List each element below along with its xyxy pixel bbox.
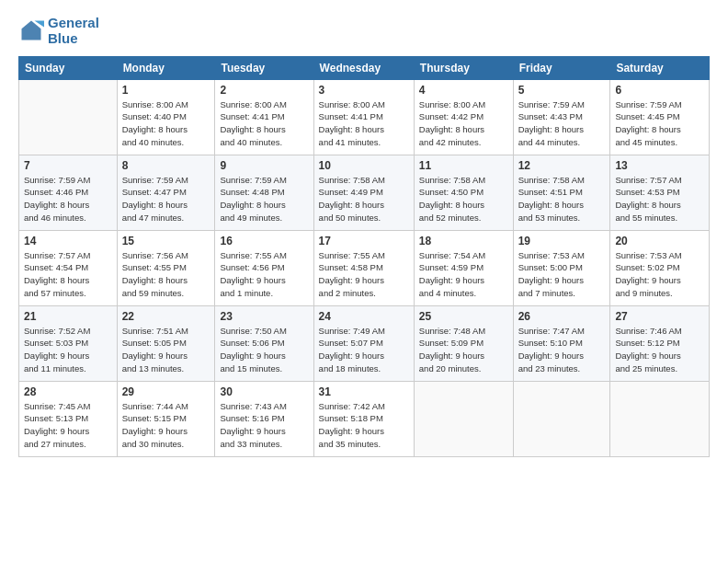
- calendar-cell: 1Sunrise: 8:00 AM Sunset: 4:40 PM Daylig…: [117, 79, 215, 155]
- calendar-cell: 28Sunrise: 7:45 AM Sunset: 5:13 PM Dayli…: [19, 381, 118, 456]
- day-number: 25: [419, 310, 508, 323]
- calendar-cell: 17Sunrise: 7:55 AM Sunset: 4:58 PM Dayli…: [313, 230, 414, 305]
- calendar-cell: 29Sunrise: 7:44 AM Sunset: 5:15 PM Dayli…: [117, 381, 215, 456]
- day-number: 9: [220, 159, 308, 172]
- calendar-cell: 26Sunrise: 7:47 AM Sunset: 5:10 PM Dayli…: [513, 305, 610, 381]
- calendar-cell: 13Sunrise: 7:57 AM Sunset: 4:53 PM Dayli…: [610, 155, 710, 230]
- calendar-cell: 6Sunrise: 7:59 AM Sunset: 4:45 PM Daylig…: [610, 79, 710, 155]
- calendar-cell: 25Sunrise: 7:48 AM Sunset: 5:09 PM Dayli…: [414, 305, 513, 381]
- day-info: Sunrise: 7:53 AM Sunset: 5:02 PM Dayligh…: [615, 249, 704, 300]
- day-number: 15: [122, 235, 210, 247]
- calendar-cell: 24Sunrise: 7:49 AM Sunset: 5:07 PM Dayli…: [313, 305, 414, 381]
- day-info: Sunrise: 8:00 AM Sunset: 4:41 PM Dayligh…: [319, 98, 409, 149]
- weekday-header-row: SundayMondayTuesdayWednesdayThursdayFrid…: [19, 56, 710, 79]
- logo: General Blue: [18, 15, 99, 47]
- day-info: Sunrise: 7:53 AM Sunset: 5:00 PM Dayligh…: [518, 249, 606, 300]
- calendar-cell: 12Sunrise: 7:58 AM Sunset: 4:51 PM Dayli…: [513, 155, 610, 230]
- calendar-cell: 5Sunrise: 7:59 AM Sunset: 4:43 PM Daylig…: [513, 79, 610, 155]
- day-number: 4: [419, 84, 508, 97]
- day-number: 10: [319, 159, 409, 172]
- day-info: Sunrise: 7:58 AM Sunset: 4:49 PM Dayligh…: [319, 174, 409, 224]
- day-info: Sunrise: 7:55 AM Sunset: 4:56 PM Dayligh…: [220, 249, 308, 300]
- day-number: 6: [615, 84, 704, 97]
- week-row-5: 28Sunrise: 7:45 AM Sunset: 5:13 PM Dayli…: [19, 381, 710, 456]
- weekday-header-wednesday: Wednesday: [313, 56, 414, 79]
- day-number: 28: [24, 385, 112, 398]
- calendar-cell: 11Sunrise: 7:58 AM Sunset: 4:50 PM Dayli…: [414, 155, 513, 230]
- day-number: 24: [319, 310, 409, 323]
- calendar-cell: 7Sunrise: 7:59 AM Sunset: 4:46 PM Daylig…: [19, 155, 118, 230]
- day-info: Sunrise: 8:00 AM Sunset: 4:41 PM Dayligh…: [220, 98, 308, 149]
- calendar-cell: 8Sunrise: 7:59 AM Sunset: 4:47 PM Daylig…: [117, 155, 215, 230]
- day-number: 19: [518, 235, 606, 247]
- calendar-cell: [19, 79, 118, 155]
- weekday-header-saturday: Saturday: [610, 56, 710, 79]
- calendar-cell: 4Sunrise: 8:00 AM Sunset: 4:42 PM Daylig…: [414, 79, 513, 155]
- day-info: Sunrise: 7:42 AM Sunset: 5:18 PM Dayligh…: [319, 400, 409, 451]
- day-info: Sunrise: 7:57 AM Sunset: 4:54 PM Dayligh…: [24, 249, 112, 300]
- calendar-cell: [414, 381, 513, 456]
- week-row-4: 21Sunrise: 7:52 AM Sunset: 5:03 PM Dayli…: [19, 305, 710, 381]
- calendar-cell: 21Sunrise: 7:52 AM Sunset: 5:03 PM Dayli…: [19, 305, 118, 381]
- calendar-cell: 22Sunrise: 7:51 AM Sunset: 5:05 PM Dayli…: [117, 305, 215, 381]
- day-info: Sunrise: 7:59 AM Sunset: 4:43 PM Dayligh…: [518, 98, 606, 149]
- day-info: Sunrise: 7:58 AM Sunset: 4:50 PM Dayligh…: [419, 174, 508, 224]
- logo-text: General Blue: [48, 15, 99, 47]
- day-number: 1: [122, 84, 210, 97]
- day-number: 26: [518, 310, 606, 323]
- day-number: 7: [24, 159, 112, 172]
- day-info: Sunrise: 7:54 AM Sunset: 4:59 PM Dayligh…: [419, 249, 508, 300]
- day-info: Sunrise: 7:59 AM Sunset: 4:46 PM Dayligh…: [24, 174, 112, 224]
- day-info: Sunrise: 7:56 AM Sunset: 4:55 PM Dayligh…: [122, 249, 210, 300]
- header: General Blue: [18, 15, 710, 47]
- day-info: Sunrise: 7:52 AM Sunset: 5:03 PM Dayligh…: [24, 325, 112, 375]
- week-row-3: 14Sunrise: 7:57 AM Sunset: 4:54 PM Dayli…: [19, 230, 710, 305]
- calendar-cell: 23Sunrise: 7:50 AM Sunset: 5:06 PM Dayli…: [215, 305, 313, 381]
- day-number: 8: [122, 159, 210, 172]
- day-info: Sunrise: 7:49 AM Sunset: 5:07 PM Dayligh…: [319, 325, 409, 375]
- day-info: Sunrise: 7:59 AM Sunset: 4:47 PM Dayligh…: [122, 174, 210, 224]
- weekday-header-friday: Friday: [513, 56, 610, 79]
- calendar-cell: [610, 381, 710, 456]
- day-number: 13: [615, 159, 704, 172]
- day-info: Sunrise: 7:58 AM Sunset: 4:51 PM Dayligh…: [518, 174, 606, 224]
- day-number: 23: [220, 310, 308, 323]
- week-row-1: 1Sunrise: 8:00 AM Sunset: 4:40 PM Daylig…: [19, 79, 710, 155]
- calendar-cell: 14Sunrise: 7:57 AM Sunset: 4:54 PM Dayli…: [19, 230, 118, 305]
- calendar-cell: 20Sunrise: 7:53 AM Sunset: 5:02 PM Dayli…: [610, 230, 710, 305]
- calendar-cell: 16Sunrise: 7:55 AM Sunset: 4:56 PM Dayli…: [215, 230, 313, 305]
- page: General Blue SundayMondayTuesdayWednesda…: [0, 0, 728, 563]
- calendar-cell: 2Sunrise: 8:00 AM Sunset: 4:41 PM Daylig…: [215, 79, 313, 155]
- day-number: 30: [220, 385, 308, 398]
- day-info: Sunrise: 7:44 AM Sunset: 5:15 PM Dayligh…: [122, 400, 210, 451]
- day-info: Sunrise: 7:45 AM Sunset: 5:13 PM Dayligh…: [24, 400, 112, 451]
- day-number: 11: [419, 159, 508, 172]
- weekday-header-monday: Monday: [117, 56, 215, 79]
- calendar-cell: 18Sunrise: 7:54 AM Sunset: 4:59 PM Dayli…: [414, 230, 513, 305]
- day-info: Sunrise: 7:51 AM Sunset: 5:05 PM Dayligh…: [122, 325, 210, 375]
- calendar-cell: 9Sunrise: 7:59 AM Sunset: 4:48 PM Daylig…: [215, 155, 313, 230]
- day-info: Sunrise: 7:48 AM Sunset: 5:09 PM Dayligh…: [419, 325, 508, 375]
- day-number: 27: [615, 310, 704, 323]
- calendar-cell: 3Sunrise: 8:00 AM Sunset: 4:41 PM Daylig…: [313, 79, 414, 155]
- day-number: 22: [122, 310, 210, 323]
- weekday-header-thursday: Thursday: [414, 56, 513, 79]
- day-number: 5: [518, 84, 606, 97]
- calendar-cell: 10Sunrise: 7:58 AM Sunset: 4:49 PM Dayli…: [313, 155, 414, 230]
- calendar-cell: 19Sunrise: 7:53 AM Sunset: 5:00 PM Dayli…: [513, 230, 610, 305]
- day-number: 29: [122, 385, 210, 398]
- day-info: Sunrise: 7:46 AM Sunset: 5:12 PM Dayligh…: [615, 325, 704, 375]
- weekday-header-tuesday: Tuesday: [215, 56, 313, 79]
- calendar-cell: [513, 381, 610, 456]
- calendar-cell: 30Sunrise: 7:43 AM Sunset: 5:16 PM Dayli…: [215, 381, 313, 456]
- day-info: Sunrise: 7:55 AM Sunset: 4:58 PM Dayligh…: [319, 249, 409, 300]
- week-row-2: 7Sunrise: 7:59 AM Sunset: 4:46 PM Daylig…: [19, 155, 710, 230]
- day-number: 16: [220, 235, 308, 247]
- calendar-table: SundayMondayTuesdayWednesdayThursdayFrid…: [18, 56, 710, 457]
- day-number: 14: [24, 235, 112, 247]
- day-info: Sunrise: 7:59 AM Sunset: 4:45 PM Dayligh…: [615, 98, 704, 149]
- svg-marker-0: [22, 21, 41, 40]
- day-number: 2: [220, 84, 308, 97]
- day-info: Sunrise: 7:47 AM Sunset: 5:10 PM Dayligh…: [518, 325, 606, 375]
- logo-icon: [18, 17, 44, 43]
